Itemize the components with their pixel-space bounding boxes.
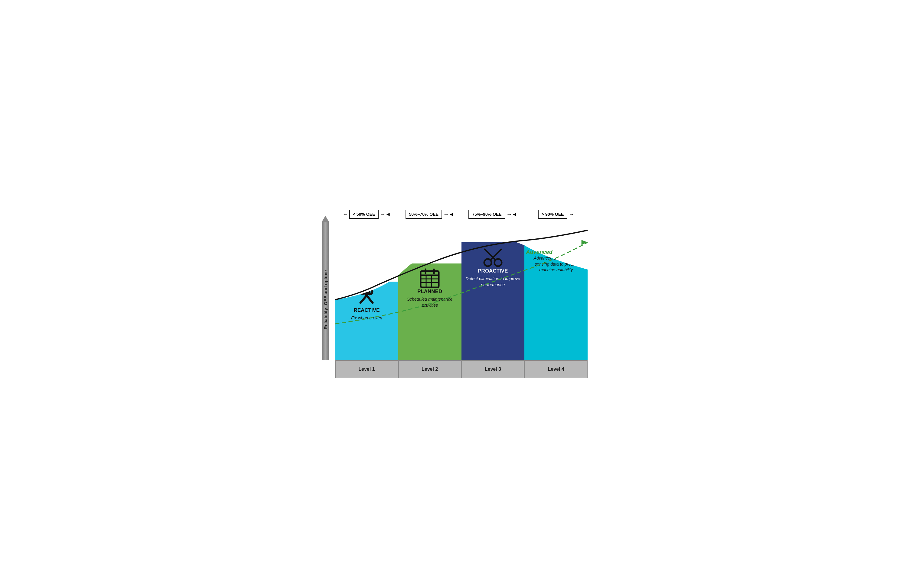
proactive-title: PROACTIVE (478, 268, 508, 274)
column-predictive: PREDICTIVE Advanced analytics and sensin… (524, 222, 588, 360)
planned-desc: Scheduled maintenance activities (400, 296, 460, 308)
svg-point-4 (360, 288, 365, 294)
levels-row: Level 1 Level 2 Level 3 Level 4 (335, 360, 588, 378)
predictive-desc: Advanced analytics and sensing data to p… (526, 255, 586, 273)
level-4: Level 4 (524, 360, 588, 378)
target-icon (546, 226, 567, 248)
column-planned: PLANNED Scheduled maintenance activities (398, 263, 461, 360)
svg-line-17 (485, 249, 493, 257)
column-proactive: PROACTIVE Defect elimination to improve … (461, 242, 525, 360)
oee-label-4: > 90% OEE (538, 210, 568, 219)
oee-label-3: 75%–90% OEE (469, 210, 505, 219)
calendar-icon (420, 268, 440, 289)
chart-container: ← < 50% OEE →◄ 50%–70% OEE →◄ 75%–90% OE… (315, 210, 588, 378)
reactive-title: REACTIVE (354, 307, 379, 314)
scissors-icon (482, 247, 503, 268)
oee-label-1: < 50% OEE (349, 210, 379, 219)
svg-line-18 (493, 249, 501, 257)
tools-icon (356, 286, 377, 307)
diagram-area: Reliability: OEE and uptime Advanced (315, 221, 588, 378)
level-3: Level 3 (461, 360, 525, 378)
reactive-desc: Fix when broken (351, 315, 382, 321)
predictive-title: PREDICTIVE (541, 248, 571, 254)
oee-label-2: 50%–70% OEE (406, 210, 442, 219)
planned-title: PLANNED (417, 289, 442, 295)
level-1: Level 1 (335, 360, 398, 378)
level-2: Level 2 (398, 360, 461, 378)
column-reactive: REACTIVE Fix when broken (335, 282, 398, 360)
proactive-desc: Defect elimination to improve performanc… (463, 276, 523, 288)
